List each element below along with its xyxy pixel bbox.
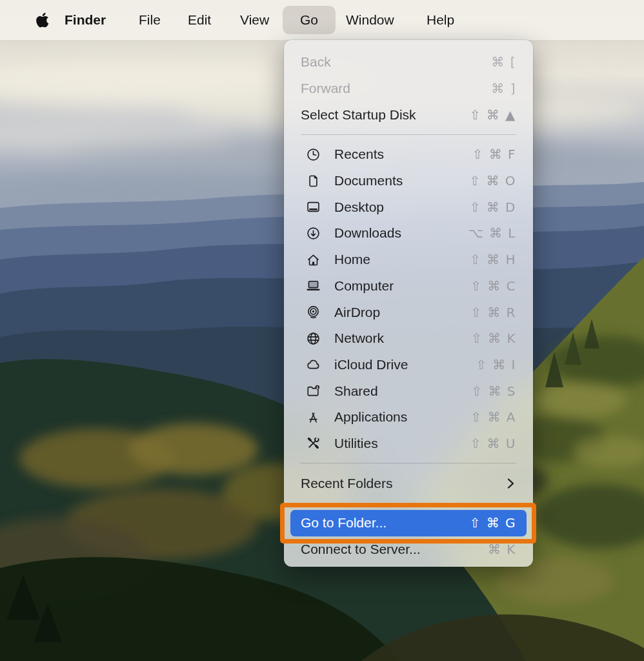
menu-item-shortcut: ⇧ ⌘ C [470,278,516,294]
menubar-item-view[interactable]: View [240,0,269,40]
menubar-item-edit[interactable]: Edit [188,0,211,40]
menu-item-shortcut: ⇧ ⌘ R [470,305,516,320]
menu-item-go-to-folder[interactable]: Go to Folder...⇧ ⌘ G [290,510,527,536]
menu-item-label: Back [301,54,491,70]
menu-item-shortcut: ⇧ ⌘ F [472,147,516,162]
menu-item-label: Go to Folder... [301,515,470,531]
menu-item-airdrop[interactable]: AirDrop⇧ ⌘ R [290,299,527,325]
go-menu-dropdown: Back⌘ [Forward⌘ ]Select Startup Disk⇧ ⌘ … [284,40,533,567]
menu-item-computer[interactable]: Computer⇧ ⌘ C [290,273,527,300]
menu-item-shortcut: ⇧ ⌘ G [470,515,516,531]
utilities-icon [306,436,321,451]
menubar-item-finder[interactable]: Finder [65,0,106,40]
menubar-item-go[interactable]: Go [283,6,336,34]
menu-item-select-startup-disk[interactable]: Select Startup Disk⇧ ⌘ ▲ [290,101,527,128]
menu-item-shortcut: ⇧ ⌘ H [470,252,516,267]
menu-item-label: Desktop [334,199,470,215]
network-icon [306,331,321,346]
apple-logo-icon [36,12,52,28]
apple-menu[interactable] [36,12,52,29]
chevron-right-icon [505,477,516,490]
menu-item-icloud-drive[interactable]: iCloud Drive⇧ ⌘ I [290,352,527,378]
menu-item-shortcut: ⇧ ⌘ O [469,173,516,188]
menu-item-label: Documents [334,173,469,188]
menubar-item-file[interactable]: File [139,0,161,40]
menu-item-recent-folders[interactable]: Recent Folders [290,470,527,496]
menu-item-label: Downloads [334,225,468,241]
menu-item-shortcut: ⇧ ⌘ I [476,357,516,372]
icloud-icon [306,357,321,372]
menu-item-shortcut: ⇧ ⌘ U [470,436,516,451]
menu-item-utilities[interactable]: Utilities⇧ ⌘ U [290,431,527,457]
menu-item-label: Network [334,330,471,346]
menu-item-back: Back⌘ [ [290,49,527,76]
clock-icon [306,147,321,162]
menu-item-documents[interactable]: Documents⇧ ⌘ O [290,168,527,194]
menubar-item-window[interactable]: Window [346,0,394,40]
menu-item-shortcut: ⇧ ⌘ A [470,409,516,425]
menu-item-label: Recents [334,147,472,162]
menu-item-home[interactable]: Home⇧ ⌘ H [290,247,527,273]
airdrop-icon [306,305,321,320]
document-icon [306,174,321,188]
menu-item-shortcut: ⌘ ] [491,81,516,96]
menu-item-shortcut: ⌥ ⌘ L [468,225,516,241]
menu-item-shortcut: ⌘ [ [491,54,516,70]
menu-separator [301,134,516,135]
menubar-item-help[interactable]: Help [427,0,454,40]
home-icon [306,252,321,267]
menu-separator [301,503,516,503]
menu-separator [301,463,516,463]
menu-item-label: Select Startup Disk [301,107,470,123]
menu-item-label: Utilities [334,436,470,451]
menu-item-applications[interactable]: Applications⇧ ⌘ A [290,404,527,431]
menu-item-downloads[interactable]: Downloads⌥ ⌘ L [290,220,527,247]
menu-item-label: Connect to Server... [301,542,488,557]
menu-item-label: AirDrop [334,305,470,320]
menu-item-label: Recent Folders [301,476,505,491]
menu-item-label: iCloud Drive [334,357,476,372]
menu-item-recents[interactable]: Recents⇧ ⌘ F [290,141,527,168]
menu-item-shortcut: ⇧ ⌘ ▲ [470,107,516,123]
menu-bar: FinderFileEditViewGoWindowHelp [0,0,644,40]
desktop-icon [306,199,321,214]
menu-item-shortcut: ⇧ ⌘ S [471,383,516,399]
shared-icon [306,383,321,398]
menu-item-connect-to-server[interactable]: Connect to Server...⌘ K [290,536,527,563]
menu-item-shortcut: ⇧ ⌘ K [471,330,516,346]
menu-item-label: Applications [334,409,470,425]
menu-item-shortcut: ⇧ ⌘ D [470,199,516,215]
menu-item-shortcut: ⌘ K [488,542,516,557]
applications-icon [306,410,321,425]
menu-item-label: Shared [334,383,471,399]
menu-item-network[interactable]: Network⇧ ⌘ K [290,325,527,352]
menu-item-desktop[interactable]: Desktop⇧ ⌘ D [290,194,527,220]
downloads-icon [306,226,321,241]
menu-item-label: Forward [301,81,491,96]
menu-item-label: Home [334,252,470,267]
menu-item-forward: Forward⌘ ] [290,76,527,102]
menu-item-shared[interactable]: Shared⇧ ⌘ S [290,378,527,404]
computer-icon [306,278,321,293]
menu-item-label: Computer [334,278,470,294]
